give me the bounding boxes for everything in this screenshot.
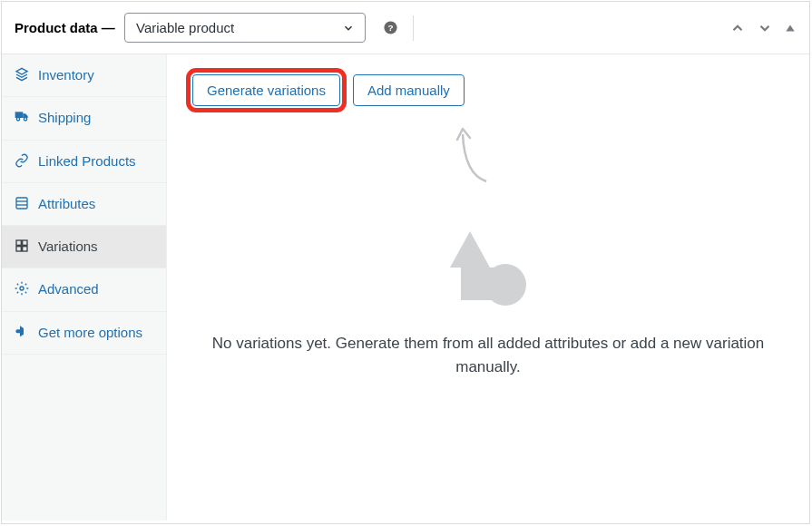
gear-icon <box>15 281 31 296</box>
inventory-icon <box>15 67 31 82</box>
generate-variations-button[interactable]: Generate variations <box>192 74 340 106</box>
svg-point-3 <box>16 118 19 121</box>
pointer-arrow-icon <box>448 125 503 189</box>
svg-rect-8 <box>16 240 21 245</box>
product-type-select-wrap: Variable product <box>124 13 366 43</box>
sidebar-item-advanced[interactable]: Advanced <box>2 268 166 311</box>
sidebar-item-attributes[interactable]: Attributes <box>2 183 166 226</box>
help-icon[interactable]: ? <box>382 20 398 36</box>
panel-header: Product data — Variable product ? <box>2 2 809 54</box>
shipping-icon <box>15 110 31 122</box>
sidebar: Inventory Shipping Linked Products Attri… <box>2 54 167 521</box>
panel-body: Inventory Shipping Linked Products Attri… <box>2 54 809 521</box>
svg-rect-11 <box>23 247 27 251</box>
shapes-icon <box>443 231 533 304</box>
svg-point-12 <box>20 287 24 290</box>
sidebar-item-label: Attributes <box>38 195 153 213</box>
empty-state-text: No variations yet. Generate them from al… <box>198 332 778 378</box>
product-data-panel: Product data — Variable product ? <box>1 1 810 524</box>
sidebar-item-get-more-options[interactable]: Get more options <box>2 312 166 355</box>
variations-main: Generate variations Add manually No vari… <box>167 54 809 521</box>
sidebar-item-label: Advanced <box>38 280 153 298</box>
svg-text:?: ? <box>387 23 393 33</box>
sidebar-item-variations[interactable]: Variations <box>2 226 166 268</box>
svg-rect-10 <box>16 247 21 251</box>
svg-rect-9 <box>23 240 27 245</box>
panel-title: Product data — <box>15 20 119 35</box>
sidebar-item-linked-products[interactable]: Linked Products <box>2 141 166 183</box>
sidebar-item-label: Shipping <box>38 109 153 127</box>
sidebar-item-label: Inventory <box>38 66 153 84</box>
svg-point-4 <box>24 118 26 121</box>
link-icon <box>15 153 31 168</box>
sidebar-item-label: Variations <box>38 238 153 256</box>
chevron-down-icon[interactable] <box>757 20 773 36</box>
plugin-icon <box>15 325 31 339</box>
sidebar-item-label: Get more options <box>38 324 153 342</box>
collapse-triangle-icon[interactable] <box>784 22 797 34</box>
attributes-icon <box>15 196 31 210</box>
header-divider <box>413 15 414 41</box>
empty-state: No variations yet. Generate them from al… <box>167 231 809 378</box>
chevron-up-icon[interactable] <box>729 20 746 36</box>
panel-toggles <box>729 20 797 36</box>
sidebar-item-shipping[interactable]: Shipping <box>2 97 166 140</box>
product-type-select[interactable]: Variable product <box>124 13 366 43</box>
svg-rect-5 <box>16 198 27 209</box>
action-row: Generate variations Add manually <box>192 74 784 106</box>
variations-icon <box>15 239 31 253</box>
sidebar-item-inventory[interactable]: Inventory <box>2 54 166 97</box>
svg-rect-2 <box>15 112 24 119</box>
sidebar-item-label: Linked Products <box>38 152 153 170</box>
add-manually-button[interactable]: Add manually <box>353 74 465 106</box>
